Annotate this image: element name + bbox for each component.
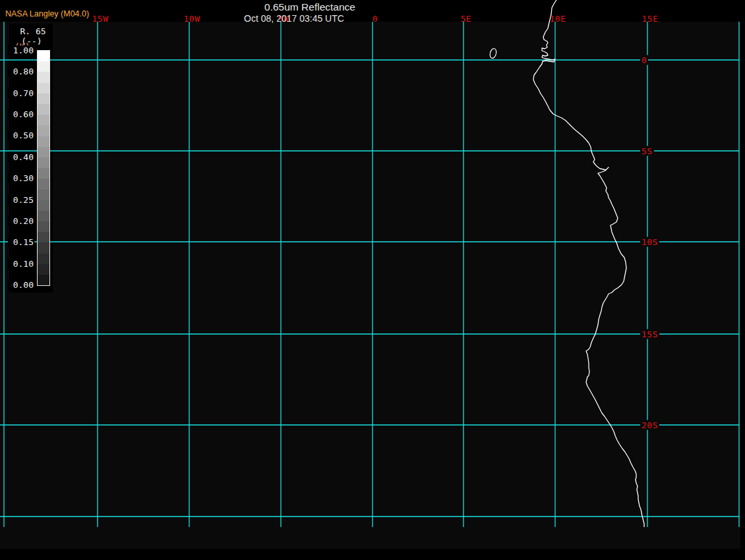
colorbar-step bbox=[38, 179, 49, 189]
colorbar-step bbox=[38, 72, 49, 82]
page-title: 0.65um Reflectance bbox=[264, 1, 355, 13]
colorbar-step bbox=[38, 168, 49, 179]
colorbar-step bbox=[38, 275, 49, 285]
colorbar-step bbox=[38, 232, 49, 242]
colorbar-step bbox=[38, 200, 49, 211]
colorbar-step bbox=[38, 94, 49, 104]
longitude-label: 15E bbox=[642, 14, 659, 24]
colorbar-scale-value: 0.40 bbox=[8, 152, 34, 162]
colorbar-gradient bbox=[37, 50, 50, 286]
credit-label: NASA Langley (M04.0) bbox=[5, 9, 89, 18]
colorbar-step bbox=[38, 51, 49, 61]
latitude-label: 10S bbox=[640, 237, 659, 247]
colorbar-step bbox=[38, 242, 49, 253]
longitude-label: 5E bbox=[461, 14, 472, 24]
footer-bar: MT10 0.65UM REFLECTANCE OCT 08, 2017 03:… bbox=[0, 549, 745, 560]
colorbar-scale-value: 0.20 bbox=[8, 216, 34, 226]
latitude-label: 0 bbox=[640, 55, 648, 65]
colorbar-title: R. 65 bbox=[9, 26, 57, 36]
colorbar-scale-value: 0.25 bbox=[8, 195, 34, 205]
colorbar-step bbox=[38, 264, 49, 275]
colorbar-step bbox=[38, 254, 49, 264]
map-data-area bbox=[0, 22, 740, 549]
colorbar-scale-value: 0.10 bbox=[8, 259, 34, 269]
colorbar-scale-value: 0.15 bbox=[8, 237, 34, 247]
colorbar-scale-value: 1.00 bbox=[8, 45, 34, 55]
colorbar-scale-value: 0.00 bbox=[8, 280, 34, 290]
datetime-label: Oct 08, 2017 03:45 UTC bbox=[244, 13, 344, 24]
colorbar-scale-value: 0.60 bbox=[8, 109, 34, 119]
colorbar-units: (--) bbox=[11, 36, 53, 46]
colorbar-step bbox=[38, 125, 49, 136]
longitude-label: 10W bbox=[184, 14, 200, 24]
colorbar-step bbox=[38, 104, 49, 115]
colorbar-scale-value: 0.50 bbox=[8, 130, 34, 140]
colorbar-scale-value: 0.30 bbox=[8, 173, 34, 183]
latitude-label: 5S bbox=[640, 146, 654, 156]
latitude-label: 20S bbox=[640, 420, 659, 430]
colorbar-step bbox=[38, 221, 49, 232]
colorbar-step bbox=[38, 157, 49, 168]
colorbar-scale-value: 0.80 bbox=[8, 67, 34, 76]
colorbar-step bbox=[38, 115, 49, 125]
longitude-label: 0 bbox=[372, 14, 378, 24]
latitude-label: 15S bbox=[640, 329, 659, 339]
satellite-image-viewer: NASA Langley (M04.0) 0.65um Reflectance … bbox=[0, 0, 745, 560]
colorbar-step bbox=[38, 83, 49, 94]
colorbar-scale-value: 0.70 bbox=[8, 88, 34, 98]
colorbar-step bbox=[38, 147, 49, 157]
colorbar-step bbox=[38, 211, 49, 221]
longitude-label: 10E bbox=[550, 14, 566, 24]
colorbar-step bbox=[38, 189, 49, 200]
longitude-label: 15W bbox=[92, 14, 109, 24]
colorbar-step bbox=[38, 61, 49, 72]
colorbar-step bbox=[38, 136, 49, 147]
